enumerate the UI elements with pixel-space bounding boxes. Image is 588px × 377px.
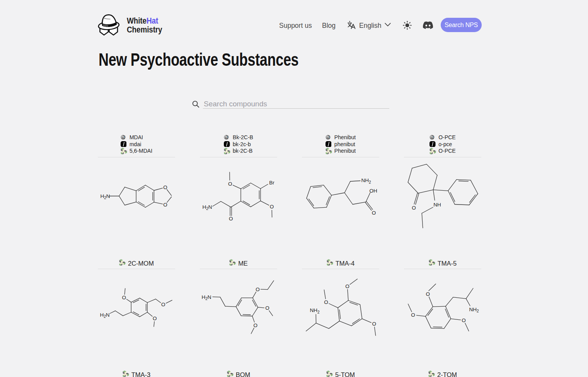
svg-text:Br: Br xyxy=(269,179,274,185)
svg-text:O: O xyxy=(228,181,232,187)
svg-text:H2N: H2N xyxy=(100,312,109,319)
svg-text:H2N: H2N xyxy=(202,204,212,211)
svg-text:O: O xyxy=(462,317,466,323)
svg-text:O: O xyxy=(161,302,165,307)
svg-text:O: O xyxy=(412,205,416,210)
svg-text:NH2: NH2 xyxy=(310,307,320,314)
svg-text:O: O xyxy=(163,202,167,208)
svg-text:NH2: NH2 xyxy=(361,177,372,184)
svg-text:O: O xyxy=(122,295,126,300)
svg-text:O: O xyxy=(254,322,258,328)
svg-text:O: O xyxy=(345,283,349,289)
svg-text:O: O xyxy=(411,312,415,318)
svg-text:O: O xyxy=(163,184,167,190)
svg-text:OH: OH xyxy=(369,188,377,193)
svg-text:H2N: H2N xyxy=(100,193,110,200)
svg-text:NH: NH xyxy=(433,202,441,208)
svg-text:O: O xyxy=(256,287,260,292)
svg-text:O: O xyxy=(372,321,376,327)
svg-text:O: O xyxy=(265,305,269,311)
svg-text:O: O xyxy=(426,291,430,297)
svg-text:O: O xyxy=(270,204,274,210)
svg-text:O: O xyxy=(229,216,233,222)
svg-text:O: O xyxy=(372,210,376,215)
svg-text:O: O xyxy=(324,299,328,305)
svg-text:H2N: H2N xyxy=(201,294,211,301)
svg-text:O: O xyxy=(153,316,157,321)
svg-text:NH2: NH2 xyxy=(469,307,479,314)
